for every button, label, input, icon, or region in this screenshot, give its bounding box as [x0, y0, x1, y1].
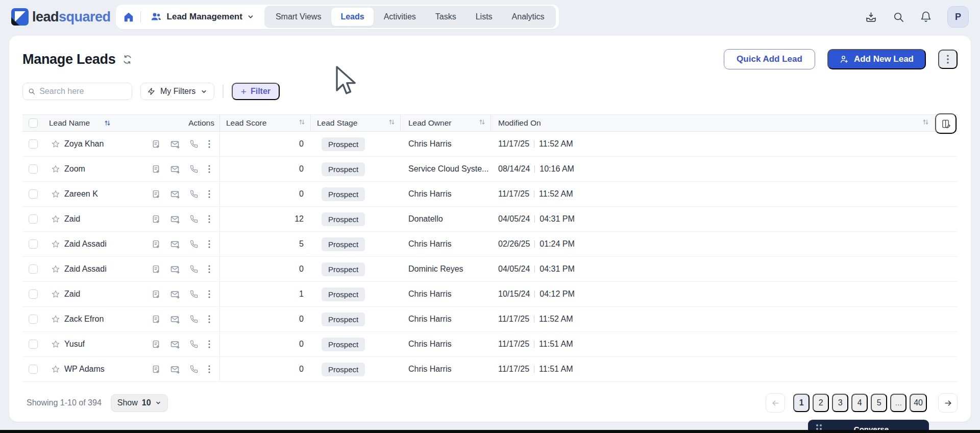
- row-checkbox[interactable]: [29, 290, 38, 299]
- page-button[interactable]: 3: [832, 394, 848, 412]
- col-lead-stage[interactable]: Lead Stage: [317, 118, 357, 128]
- sort-lead-score-icon[interactable]: [299, 118, 305, 128]
- row-menu-icon[interactable]: [208, 140, 210, 148]
- row-menu-icon[interactable]: [208, 290, 210, 298]
- add-activity-icon[interactable]: [152, 290, 160, 299]
- send-email-icon[interactable]: [170, 140, 180, 149]
- page-button[interactable]: 1: [793, 394, 810, 412]
- module-tab[interactable]: Smart Views: [266, 8, 331, 26]
- sort-lead-owner-icon[interactable]: [479, 118, 485, 128]
- call-icon[interactable]: [190, 265, 198, 273]
- lead-name-link[interactable]: Zareen K: [64, 189, 98, 199]
- lead-name-link[interactable]: Zaid: [64, 290, 80, 299]
- col-modified-on[interactable]: Modified On: [498, 118, 541, 128]
- call-icon[interactable]: [190, 190, 198, 198]
- star-icon[interactable]: [52, 165, 60, 173]
- row-checkbox[interactable]: [29, 139, 38, 149]
- lead-name-link[interactable]: Zaid Assadi: [64, 264, 107, 274]
- star-icon[interactable]: [52, 365, 60, 373]
- page-size-dropdown[interactable]: Show 10: [111, 394, 168, 412]
- row-menu-icon[interactable]: [208, 315, 210, 323]
- col-lead-name[interactable]: Lead Name: [49, 118, 90, 128]
- row-checkbox[interactable]: [29, 340, 38, 349]
- add-activity-icon[interactable]: [152, 215, 160, 224]
- send-email-icon[interactable]: [170, 315, 180, 324]
- add-activity-icon[interactable]: [152, 315, 160, 324]
- call-icon[interactable]: [190, 240, 198, 248]
- call-icon[interactable]: [190, 290, 198, 298]
- send-email-icon[interactable]: [170, 165, 180, 174]
- add-activity-icon[interactable]: [152, 240, 160, 249]
- quick-add-lead-button[interactable]: Quick Add Lead: [724, 49, 815, 69]
- send-email-icon[interactable]: [170, 265, 180, 274]
- call-icon[interactable]: [190, 340, 198, 348]
- module-tab[interactable]: Activities: [375, 8, 425, 26]
- module-tab[interactable]: Analytics: [503, 8, 554, 26]
- star-icon[interactable]: [52, 215, 60, 223]
- column-settings-button[interactable]: [935, 113, 957, 134]
- row-checkbox[interactable]: [29, 239, 38, 249]
- module-tab[interactable]: Tasks: [426, 8, 465, 26]
- row-checkbox[interactable]: [29, 365, 38, 374]
- add-activity-icon[interactable]: [152, 165, 160, 174]
- call-icon[interactable]: [190, 315, 198, 323]
- table-row[interactable]: Yusuf: [22, 332, 958, 357]
- star-icon[interactable]: [52, 240, 60, 248]
- add-activity-icon[interactable]: [152, 190, 160, 199]
- lead-name-link[interactable]: WP Adams: [64, 365, 105, 374]
- row-checkbox[interactable]: [29, 164, 38, 174]
- workspace-switcher[interactable]: Lead Management: [147, 11, 257, 23]
- row-checkbox[interactable]: [29, 264, 38, 274]
- row-checkbox[interactable]: [29, 214, 38, 224]
- notifications-icon[interactable]: [920, 11, 932, 23]
- table-row[interactable]: Zaid Assadi: [22, 232, 958, 257]
- page-button[interactable]: ...: [890, 394, 906, 412]
- lead-name-link[interactable]: Zaid: [64, 214, 80, 224]
- table-row[interactable]: Zareen K: [22, 182, 958, 207]
- table-row[interactable]: Zoya Khan: [22, 132, 958, 157]
- page-button[interactable]: 2: [813, 394, 829, 412]
- star-icon[interactable]: [52, 290, 60, 298]
- star-icon[interactable]: [52, 315, 60, 323]
- user-avatar[interactable]: P: [947, 6, 969, 28]
- send-email-icon[interactable]: [170, 290, 180, 299]
- add-filter-button[interactable]: + Filter: [232, 83, 280, 100]
- row-menu-icon[interactable]: [208, 240, 210, 248]
- module-tab[interactable]: Lists: [467, 8, 502, 26]
- lead-name-link[interactable]: Zaid Assadi: [64, 239, 107, 249]
- inbox-icon[interactable]: [865, 11, 877, 23]
- page-button[interactable]: 5: [871, 394, 887, 412]
- row-menu-icon[interactable]: [208, 340, 210, 348]
- lead-name-link[interactable]: Zoya Khan: [64, 139, 104, 149]
- call-icon[interactable]: [190, 365, 198, 373]
- select-all-checkbox[interactable]: [29, 118, 38, 128]
- table-row[interactable]: Zoom: [22, 157, 958, 182]
- previous-page-button[interactable]: [766, 393, 785, 413]
- my-filters-dropdown[interactable]: My Filters: [140, 83, 214, 100]
- page-button[interactable]: 40: [910, 394, 927, 412]
- call-icon[interactable]: [190, 215, 198, 223]
- row-checkbox[interactable]: [29, 189, 38, 199]
- add-activity-icon[interactable]: [152, 340, 160, 349]
- refresh-icon[interactable]: [122, 55, 132, 64]
- send-email-icon[interactable]: [170, 365, 180, 374]
- table-row[interactable]: WP Adams: [22, 357, 958, 382]
- add-activity-icon[interactable]: [152, 140, 160, 149]
- col-lead-owner[interactable]: Lead Owner: [408, 118, 451, 128]
- row-menu-icon[interactable]: [208, 215, 210, 223]
- table-row[interactable]: Zaid: [22, 282, 958, 307]
- star-icon[interactable]: [52, 190, 60, 198]
- star-icon[interactable]: [52, 340, 60, 348]
- row-checkbox[interactable]: [29, 315, 38, 324]
- star-icon[interactable]: [52, 265, 60, 273]
- send-email-icon[interactable]: [170, 240, 180, 249]
- call-icon[interactable]: [190, 140, 198, 148]
- send-email-icon[interactable]: [170, 215, 180, 224]
- leadsquared-logo[interactable]: leadsquared: [11, 8, 111, 26]
- add-activity-icon[interactable]: [152, 265, 160, 274]
- lead-name-link[interactable]: Yusuf: [64, 340, 85, 349]
- search-icon[interactable]: [893, 11, 904, 23]
- page-more-options-button[interactable]: [938, 50, 958, 69]
- sort-lead-stage-icon[interactable]: [388, 118, 395, 128]
- lead-name-link[interactable]: Zack Efron: [64, 315, 104, 324]
